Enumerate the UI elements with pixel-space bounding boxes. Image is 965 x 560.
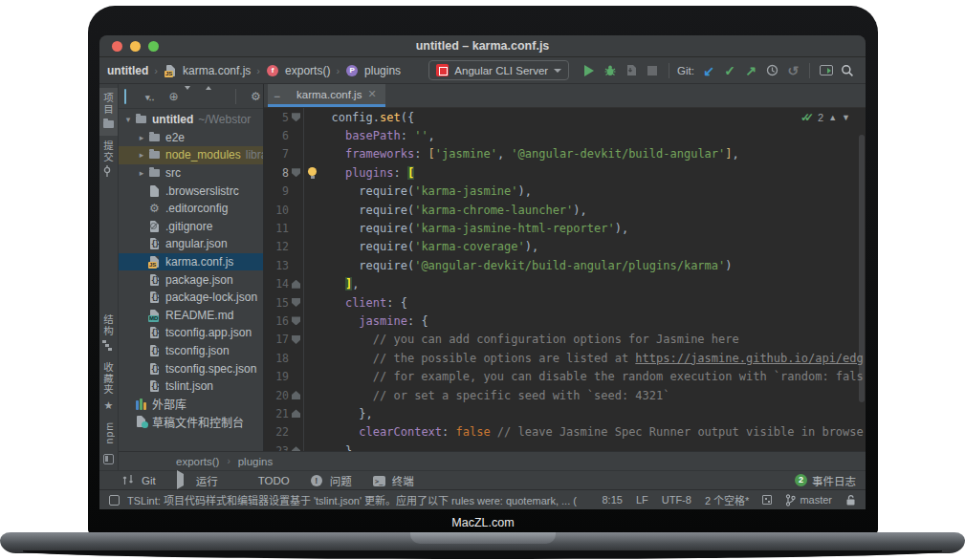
code-line[interactable]: 14 ], bbox=[264, 275, 866, 293]
indent-setting[interactable]: 2 个空格* bbox=[705, 492, 749, 507]
close-icon[interactable]: ✕ bbox=[367, 88, 376, 100]
code-line[interactable]: 7 frameworks: ['jasmine', '@angular-devk… bbox=[264, 145, 866, 163]
fold-collapse-icon[interactable] bbox=[292, 316, 300, 325]
fold-collapse-icon[interactable] bbox=[292, 335, 300, 344]
collapse-all-button[interactable] bbox=[208, 88, 223, 104]
status-message[interactable]: TSLint: 项目代码样式和编辑器设置基于 'tslint.json' 更新。… bbox=[127, 492, 577, 507]
fold-end-icon[interactable] bbox=[292, 391, 300, 399]
run-with-coverage-button[interactable] bbox=[621, 60, 642, 81]
code-line[interactable]: 10 require('karma-chrome-launcher'), bbox=[264, 201, 866, 219]
sidebar-item-npm[interactable]: npm bbox=[99, 417, 118, 448]
breadcrumb-item-untitled[interactable]: untitled bbox=[107, 64, 148, 77]
tree-item-label: node_modules bbox=[165, 148, 241, 162]
file-encoding[interactable]: UTF-8 bbox=[662, 494, 691, 506]
tool-window-switcher-icon[interactable] bbox=[103, 454, 114, 464]
push-button[interactable]: ↗ bbox=[740, 60, 761, 81]
code-line[interactable]: 11 require('karma-jasmine-html-reporter'… bbox=[264, 219, 866, 237]
git-branch-widget[interactable]: master bbox=[785, 494, 832, 506]
event-log-button[interactable]: 2 事件日志 bbox=[795, 473, 856, 488]
code-editor[interactable]: ✓✓ 2 ▲ ▼ 5 config.set({6 basePath: '',7 … bbox=[264, 108, 866, 451]
sidebar-item-结构[interactable]: 结构 bbox=[99, 310, 118, 357]
tree-item-tsconfig-json[interactable]: {}tsconfig.json bbox=[119, 342, 263, 360]
search-everywhere-button[interactable] bbox=[837, 60, 858, 81]
tree-item-editorconfig[interactable]: ⚙.editorconfig bbox=[119, 200, 263, 218]
commit-button[interactable]: ✓ bbox=[719, 60, 740, 81]
fold-collapse-icon[interactable] bbox=[292, 298, 300, 307]
view-selector-button[interactable] bbox=[124, 90, 139, 103]
tree-item-gitignore[interactable]: .gitignore bbox=[119, 218, 263, 236]
debug-button[interactable] bbox=[600, 60, 621, 81]
tool-window-button-todo[interactable]: TODO bbox=[239, 473, 290, 488]
tree-item-karma-conf-js[interactable]: JSkarma.conf.js bbox=[119, 253, 263, 271]
stop-button[interactable] bbox=[642, 60, 663, 81]
tree-item-tslint-json[interactable]: {}tslint.json bbox=[119, 377, 263, 396]
code-line[interactable]: 6 basePath: '', bbox=[264, 126, 866, 144]
fold-collapse-icon[interactable] bbox=[292, 113, 300, 121]
code-style-widget[interactable] bbox=[762, 495, 772, 505]
sidebar-item-提交[interactable]: 提交 bbox=[99, 136, 118, 183]
chevron-right-icon[interactable]: ▸ bbox=[136, 150, 147, 160]
settings-button[interactable]: ⚙ bbox=[249, 90, 263, 103]
breadcrumb-item-plugins[interactable]: plugins bbox=[238, 456, 273, 467]
view-options-button[interactable]: ▾‥ bbox=[145, 90, 160, 103]
code-line[interactable]: 22 clearContext: false // leave Jasmine … bbox=[264, 423, 866, 442]
code-line[interactable]: 20 // or set a specific seed with `seed:… bbox=[264, 386, 866, 404]
code-line[interactable]: 17 // you can add configuration options … bbox=[264, 331, 866, 349]
breadcrumb-item-plugins[interactable]: Pplugins bbox=[345, 64, 401, 77]
code-line[interactable]: 5 config.set({ bbox=[264, 108, 866, 126]
update-project-button[interactable]: ↙ bbox=[698, 60, 719, 81]
tool-window-button-问题[interactable]: !问题 bbox=[311, 473, 352, 488]
code-line[interactable]: 16 jasmine: { bbox=[264, 312, 866, 330]
tree-item-package-lock-json[interactable]: {}package-lock.json bbox=[119, 289, 263, 307]
code-line[interactable]: 8 plugins: [ bbox=[264, 163, 866, 182]
code-line[interactable]: 21 }, bbox=[264, 404, 866, 422]
code-line[interactable]: 13 require('@angular-devkit/build-angula… bbox=[264, 256, 866, 274]
breadcrumb-item-exports[interactable]: fexports() bbox=[266, 64, 330, 77]
write-access-toggle[interactable] bbox=[845, 494, 856, 506]
tool-window-button-终端[interactable]: >_终端 bbox=[373, 473, 414, 488]
editor-tab-karma-conf-js[interactable]: karma.conf.js ✕ bbox=[268, 84, 385, 107]
fold-end-icon[interactable] bbox=[292, 280, 300, 289]
chevron-right-icon[interactable]: ▸ bbox=[136, 133, 147, 142]
tool-window-button-运行[interactable]: 运行 bbox=[177, 473, 218, 488]
breadcrumb-item-exports[interactable]: exports() bbox=[176, 456, 219, 467]
code-line[interactable]: 12 require('karma-coverage'), bbox=[264, 238, 866, 256]
run-button[interactable] bbox=[579, 60, 600, 81]
tree-item-外部库[interactable]: 外部库 bbox=[119, 396, 263, 414]
tree-item-src[interactable]: ▸src bbox=[119, 164, 263, 183]
tree-item-tsconfig-spec-json[interactable]: {}tsconfig.spec.json bbox=[119, 359, 263, 377]
tree-item-tsconfig-app-json[interactable]: {}tsconfig.app.json bbox=[119, 324, 263, 342]
code-line[interactable]: 23 }, bbox=[264, 442, 866, 451]
line-separator[interactable]: LF bbox=[636, 494, 648, 506]
breadcrumb-item-karma-conf-js[interactable]: JSkarma.conf.js bbox=[164, 64, 251, 77]
caret-position[interactable]: 8:15 bbox=[602, 494, 622, 506]
locate-file-button[interactable]: ⊕ bbox=[166, 90, 181, 103]
tree-item-angular-json[interactable]: {}angular.json bbox=[119, 235, 263, 253]
sidebar-item-收藏夹[interactable]: 收藏夹★ bbox=[99, 357, 118, 417]
chevron-down-icon[interactable]: ▾ bbox=[122, 115, 134, 124]
code-line[interactable]: 18 // the possible options are listed at… bbox=[264, 349, 866, 367]
rollback-button[interactable]: ↺ bbox=[782, 60, 803, 81]
code-line[interactable]: 15 client: { bbox=[264, 293, 866, 312]
tree-item-草稿文件和控制台[interactable]: 草稿文件和控制台 bbox=[119, 413, 263, 431]
json-icon: {} bbox=[147, 326, 162, 339]
run-configuration-select[interactable]: Angular CLI Server bbox=[428, 60, 569, 80]
fold-end-icon[interactable] bbox=[292, 409, 300, 418]
code-line[interactable]: 19 // for example, you can disable the r… bbox=[264, 367, 866, 385]
chevron-right-icon[interactable]: ▸ bbox=[136, 168, 147, 178]
history-button[interactable] bbox=[761, 60, 782, 81]
sidebar-item-项目[interactable]: 项目 bbox=[99, 88, 118, 136]
tree-item-untitled[interactable]: ▾untitled~/Webstor bbox=[119, 111, 263, 129]
tree-item-readme-md[interactable]: MDREADME.md bbox=[119, 307, 263, 325]
tree-item-node-modules[interactable]: ▸node_moduleslibrary root bbox=[119, 146, 263, 164]
code-line[interactable]: 9 require('karma-jasmine'), bbox=[264, 183, 866, 201]
expand-all-button[interactable] bbox=[187, 88, 202, 104]
preview-running-app-button[interactable] bbox=[816, 60, 837, 81]
fold-collapse-icon[interactable] bbox=[292, 168, 300, 177]
fold-end-icon[interactable] bbox=[292, 446, 300, 451]
tree-item-package-json[interactable]: {}package.json bbox=[119, 270, 263, 289]
line-number: 10 bbox=[264, 204, 289, 217]
tool-window-button-git[interactable]: Git bbox=[122, 473, 156, 488]
tree-item-e2e[interactable]: ▸e2e bbox=[119, 129, 263, 147]
tree-item-browserslistrc[interactable]: .browserslistrc bbox=[119, 182, 263, 200]
